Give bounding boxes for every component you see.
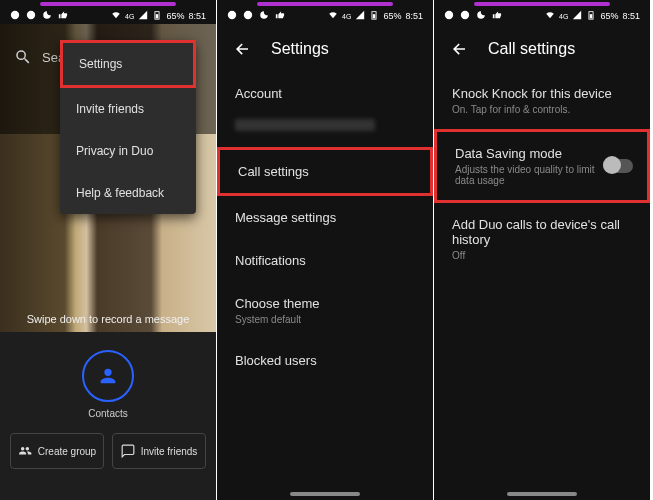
page-title: Settings bbox=[271, 40, 329, 58]
phone-screen-settings: 4G 65% 8:51 Settings Account Call settin… bbox=[217, 0, 434, 500]
wifi-icon bbox=[545, 10, 555, 22]
thumb-icon bbox=[492, 10, 502, 22]
phone-screen-home: 4G 65% 8:51 Search co Settings Invite fr… bbox=[0, 0, 217, 500]
item-call-history[interactable]: Add Duo calls to device's call history O… bbox=[434, 203, 650, 275]
call-settings-header: Call settings bbox=[434, 26, 650, 72]
svg-point-1 bbox=[27, 11, 35, 19]
back-icon[interactable] bbox=[450, 40, 468, 58]
battery-icon bbox=[152, 10, 162, 22]
svg-point-5 bbox=[244, 11, 252, 19]
battery-icon bbox=[586, 10, 596, 22]
menu-item-help[interactable]: Help & feedback bbox=[60, 172, 196, 214]
item-data-saving[interactable]: Data Saving mode Adjusts the video quali… bbox=[434, 129, 650, 203]
clock: 8:51 bbox=[405, 11, 423, 21]
signal-icon bbox=[572, 10, 582, 22]
signal-icon bbox=[355, 10, 365, 22]
battery-icon bbox=[369, 10, 379, 22]
moon-icon bbox=[259, 10, 269, 22]
wifi-icon bbox=[328, 10, 338, 22]
moon-icon bbox=[42, 10, 52, 22]
wifi-icon bbox=[111, 10, 121, 22]
signal-label: 4G bbox=[125, 13, 134, 20]
svg-point-9 bbox=[461, 11, 469, 19]
contacts-label: Contacts bbox=[0, 408, 216, 419]
item-account[interactable]: Account bbox=[217, 72, 433, 115]
create-group-button[interactable]: Create group bbox=[10, 433, 104, 469]
signal-label: 4G bbox=[342, 13, 351, 20]
person-icon bbox=[97, 365, 119, 387]
messenger-icon bbox=[243, 10, 253, 22]
account-value-redacted bbox=[235, 119, 375, 131]
messenger-icon bbox=[26, 10, 36, 22]
invite-friends-button[interactable]: Invite friends bbox=[112, 433, 206, 469]
item-notifications[interactable]: Notifications bbox=[217, 239, 433, 282]
signal-label: 4G bbox=[559, 13, 568, 20]
clock: 8:51 bbox=[622, 11, 640, 21]
messenger-icon bbox=[460, 10, 470, 22]
svg-point-8 bbox=[445, 11, 453, 19]
item-knock-knock[interactable]: Knock Knock for this device On. Tap for … bbox=[434, 72, 650, 129]
swipe-hint: Swipe down to record a message bbox=[0, 313, 216, 325]
battery-pct: 65% bbox=[383, 11, 401, 21]
svg-point-4 bbox=[228, 11, 236, 19]
data-saving-toggle[interactable] bbox=[603, 159, 633, 173]
whatsapp-icon bbox=[444, 10, 454, 22]
status-bar: 4G 65% 8:51 bbox=[217, 6, 433, 26]
svg-point-0 bbox=[11, 11, 19, 19]
menu-item-invite[interactable]: Invite friends bbox=[60, 88, 196, 130]
clock: 8:51 bbox=[188, 11, 206, 21]
back-icon[interactable] bbox=[233, 40, 251, 58]
item-call-settings[interactable]: Call settings bbox=[217, 147, 433, 196]
battery-pct: 65% bbox=[166, 11, 184, 21]
svg-rect-11 bbox=[590, 14, 593, 18]
svg-rect-3 bbox=[156, 14, 159, 18]
search-icon bbox=[14, 48, 32, 66]
status-bar: 4G 65% 8:51 bbox=[434, 6, 650, 26]
contacts-button[interactable] bbox=[82, 350, 134, 402]
svg-rect-7 bbox=[373, 14, 376, 18]
bottom-sheet: Contacts Create group Invite friends bbox=[0, 332, 216, 500]
phone-screen-call-settings: 4G 65% 8:51 Call settings Knock Knock fo… bbox=[434, 0, 651, 500]
signal-icon bbox=[138, 10, 148, 22]
group-icon bbox=[18, 444, 32, 458]
menu-item-settings[interactable]: Settings bbox=[60, 40, 196, 88]
overflow-menu: Settings Invite friends Privacy in Duo H… bbox=[60, 40, 196, 214]
thumb-icon bbox=[58, 10, 68, 22]
nav-pill[interactable] bbox=[290, 492, 360, 496]
item-blocked-users[interactable]: Blocked users bbox=[217, 339, 433, 382]
moon-icon bbox=[476, 10, 486, 22]
status-bar: 4G 65% 8:51 bbox=[0, 6, 216, 26]
item-message-settings[interactable]: Message settings bbox=[217, 196, 433, 239]
menu-item-privacy[interactable]: Privacy in Duo bbox=[60, 130, 196, 172]
page-title: Call settings bbox=[488, 40, 575, 58]
battery-pct: 65% bbox=[600, 11, 618, 21]
thumb-icon bbox=[275, 10, 285, 22]
chat-icon bbox=[121, 444, 135, 458]
whatsapp-icon bbox=[227, 10, 237, 22]
item-choose-theme[interactable]: Choose theme System default bbox=[217, 282, 433, 339]
nav-pill[interactable] bbox=[507, 492, 577, 496]
settings-header: Settings bbox=[217, 26, 433, 72]
whatsapp-icon bbox=[10, 10, 20, 22]
